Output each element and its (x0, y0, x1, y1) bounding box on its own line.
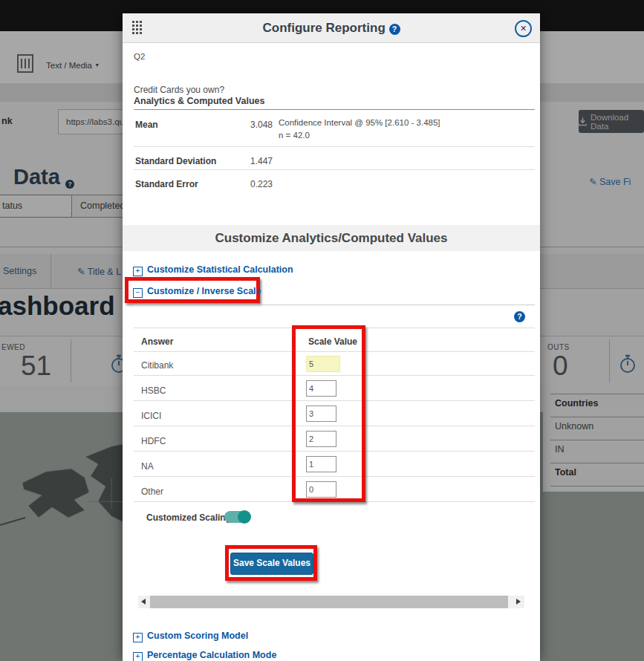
customized-scaling-label: Customized Scaling (146, 512, 231, 523)
drag-handle-icon[interactable] (132, 21, 142, 35)
answer-label: HSBC (141, 385, 166, 396)
minus-box-icon: − (133, 288, 143, 298)
answer-label: NA (141, 461, 154, 472)
analytics-row-value: 0.223 (250, 179, 273, 189)
scale-value-input-citibank[interactable] (306, 356, 340, 372)
table-border (134, 351, 535, 352)
analytics-section-title: Analytics & Computed Values (134, 96, 264, 106)
save-scale-values-button[interactable]: Save Scale Values (230, 553, 313, 575)
horizontal-scrollbar[interactable] (138, 596, 524, 608)
help-icon[interactable]: ? (389, 24, 400, 35)
row-divider (134, 146, 535, 147)
analytics-row-value: 1.447 (250, 156, 273, 166)
scroll-left-icon[interactable] (141, 599, 146, 605)
annotation-box-inverse-scale: −Customize / Inverse Scale (125, 277, 260, 303)
sample-size-note: n = 42.0 (279, 131, 310, 140)
customized-scaling-toggle[interactable] (224, 511, 250, 523)
plus-box-icon: + (133, 652, 143, 661)
scale-value-input-hsbc[interactable] (306, 380, 336, 397)
confidence-interval-note: Confidence Interval @ 95% [2.610 - 3.485… (279, 118, 440, 127)
toggle-knob (238, 510, 251, 524)
answer-label: ICICI (141, 411, 161, 421)
question-text: Credit Cards you own? (134, 85, 224, 95)
scale-value-input-other[interactable] (306, 481, 336, 498)
section-divider (134, 109, 535, 110)
table-border (134, 476, 535, 477)
answer-column-header: Answer (141, 336, 173, 347)
link-customize-inverse-scale[interactable]: −Customize / Inverse Scale (133, 286, 261, 296)
configure-reporting-modal: Configure Reporting ? ✕ Q2 Credit Cards … (123, 13, 540, 661)
question-code: Q2 (134, 52, 145, 61)
table-border (134, 501, 535, 502)
link-percentage-calculation-mode[interactable]: +Percentage Calculation Mode (133, 650, 276, 661)
plus-box-icon: + (133, 267, 143, 276)
answer-label: Other (141, 486, 163, 497)
scale-value-input-icici[interactable] (306, 406, 336, 422)
answer-label: HDFC (141, 436, 166, 446)
scale-value-column-header: Scale Value (308, 336, 357, 347)
scale-value-input-hdfc[interactable] (306, 431, 336, 447)
table-border (134, 400, 535, 401)
scroll-right-icon[interactable] (516, 599, 521, 605)
customize-heading: Customize Analytics/Computed Values (123, 225, 540, 251)
scale-help-icon[interactable]: ? (514, 311, 525, 322)
scale-value-input-na[interactable] (306, 456, 336, 472)
section-divider (134, 305, 535, 305)
analytics-row-label: Mean (135, 120, 158, 130)
table-border (134, 426, 535, 426)
row-divider (134, 169, 535, 170)
analytics-row-value: 3.048 (250, 120, 273, 130)
link-custom-scoring-model[interactable]: +Custom Scoring Model (133, 631, 248, 642)
modal-title: Configure Reporting ? (123, 13, 540, 42)
table-border (134, 451, 535, 452)
table-border (134, 328, 535, 328)
table-border (134, 375, 535, 376)
plus-box-icon: + (133, 633, 143, 642)
close-icon[interactable]: ✕ (515, 20, 532, 37)
analytics-row-label: Standard Error (135, 179, 198, 189)
link-customize-statistical[interactable]: +Customize Statistical Calculation (133, 264, 293, 276)
scrollbar-thumb[interactable] (150, 596, 508, 608)
answer-label: Citibank (141, 360, 173, 371)
analytics-row-label: Standard Deviation (135, 156, 216, 166)
